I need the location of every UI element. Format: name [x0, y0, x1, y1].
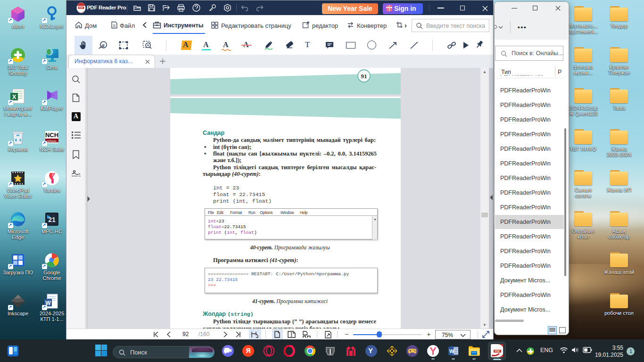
svg-text:PDF: PDF: [79, 7, 83, 9]
svg-text:PDF: PDF: [495, 350, 501, 353]
svg-text:91: 91: [361, 73, 367, 80]
svg-text:NCH: NCH: [45, 132, 58, 139]
svg-text:a: a: [102, 42, 105, 49]
svg-text:Software: Software: [47, 140, 57, 142]
svg-text:X: X: [12, 93, 17, 100]
svg-text:W: W: [449, 348, 454, 354]
